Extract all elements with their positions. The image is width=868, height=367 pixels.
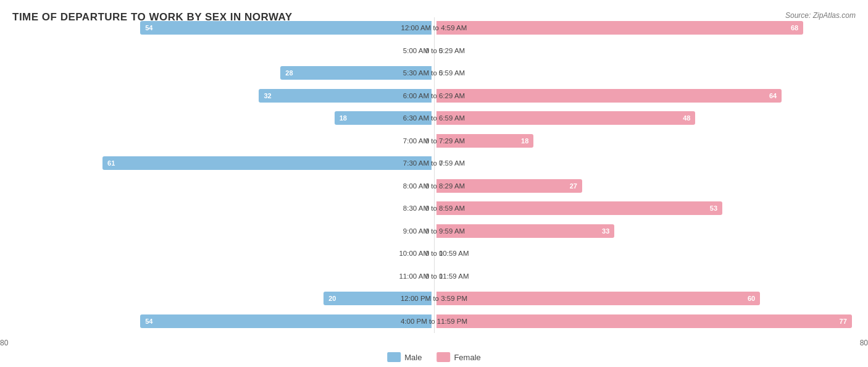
male-section: 32: [0, 89, 434, 103]
male-section: 0: [0, 182, 434, 190]
female-section: 0: [434, 272, 868, 280]
female-value: 33: [599, 227, 612, 235]
male-zero: 0: [425, 137, 429, 145]
female-value: 27: [567, 182, 580, 190]
male-section: 0: [0, 47, 434, 54]
male-value: 32: [261, 92, 273, 99]
male-bar: 20: [323, 292, 432, 305]
male-value: 54: [143, 318, 155, 325]
female-section: 77: [434, 314, 868, 328]
male-bar: 54: [140, 21, 432, 35]
female-value: 77: [837, 318, 849, 325]
female-value: 18: [519, 137, 531, 145]
male-zero: 0: [425, 47, 429, 54]
legend-male-box: [387, 352, 401, 362]
female-bar: 18: [436, 134, 533, 148]
male-bar: 61: [102, 156, 432, 170]
male-section: 0: [0, 137, 434, 145]
female-zero: 0: [439, 47, 443, 54]
female-section: 0: [434, 250, 868, 257]
female-zero: 0: [439, 250, 443, 257]
male-zero: 0: [425, 272, 429, 280]
legend-female-label: Female: [454, 353, 480, 362]
center-divider: [434, 17, 435, 333]
male-value: 20: [326, 295, 338, 302]
female-value: 64: [767, 92, 779, 99]
female-section: 48: [434, 111, 868, 125]
female-bar: 48: [436, 111, 695, 125]
female-section: 60: [434, 292, 868, 305]
x-axis-labels: 80 80: [0, 339, 868, 347]
female-section: 0: [434, 69, 868, 77]
male-section: 54: [0, 21, 434, 35]
female-section: 68: [434, 21, 868, 35]
female-section: 33: [434, 224, 868, 238]
male-bar: 18: [335, 111, 432, 125]
axis-label-left: 80: [0, 339, 8, 347]
female-section: 18: [434, 134, 868, 148]
male-bar: 32: [259, 89, 432, 103]
male-zero: 0: [425, 250, 429, 257]
male-section: 54: [0, 314, 434, 328]
legend-area: Male Female: [387, 352, 481, 362]
female-zero: 0: [439, 272, 443, 280]
male-value: 28: [283, 69, 295, 77]
female-bar: 60: [436, 292, 760, 305]
male-section: 20: [0, 292, 434, 305]
legend-female-box: [436, 352, 450, 362]
male-section: 28: [0, 66, 434, 80]
female-bar: 33: [436, 224, 614, 238]
female-section: 27: [434, 179, 868, 193]
male-value: 54: [143, 24, 155, 32]
female-section: 0: [434, 159, 868, 167]
legend-male-label: Male: [404, 353, 422, 362]
female-bar: 68: [436, 21, 803, 35]
female-value: 68: [788, 24, 801, 32]
female-value: 53: [707, 205, 720, 212]
axis-label-right: 80: [860, 339, 868, 347]
female-bar: 64: [436, 89, 782, 103]
female-bar: 53: [436, 201, 722, 215]
female-zero: 0: [439, 69, 443, 77]
female-value: 48: [680, 114, 693, 122]
female-section: 53: [434, 201, 868, 215]
female-value: 60: [745, 295, 757, 302]
male-section: 0: [0, 250, 434, 257]
male-section: 0: [0, 272, 434, 280]
chart-container: TIME OF DEPARTURE TO WORK BY SEX IN NORW…: [0, 0, 868, 367]
male-zero: 0: [425, 205, 429, 212]
female-bar: 27: [436, 179, 582, 193]
male-bar: 54: [140, 314, 432, 328]
male-value: 18: [337, 114, 349, 122]
male-section: 18: [0, 111, 434, 125]
female-bar: 77: [436, 314, 852, 328]
male-bar: 28: [280, 66, 432, 80]
male-section: 61: [0, 156, 434, 170]
legend-female: Female: [436, 352, 480, 362]
female-zero: 0: [439, 159, 443, 167]
legend-male: Male: [387, 352, 422, 362]
male-zero: 0: [425, 182, 429, 190]
female-section: 64: [434, 89, 868, 103]
male-section: 0: [0, 205, 434, 212]
male-section: 0: [0, 227, 434, 235]
male-zero: 0: [425, 227, 429, 235]
female-section: 0: [434, 47, 868, 54]
male-value: 61: [105, 159, 117, 167]
